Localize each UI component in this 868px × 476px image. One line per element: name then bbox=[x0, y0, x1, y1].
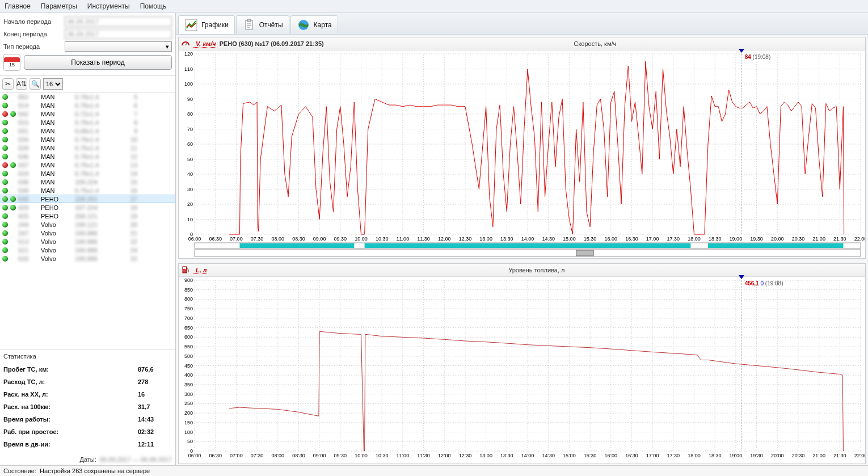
speed-unit: V, км/ч bbox=[193, 40, 216, 48]
stat-row: Время работы:14:43 bbox=[3, 413, 172, 426]
list-item[interactable]: 018MAN0.78x1.414 bbox=[0, 169, 175, 178]
main-tabs: Графики Отчёты Карта bbox=[176, 13, 868, 35]
period-end-field[interactable]: 06.09.2017 bbox=[65, 29, 172, 39]
stat-row: Расход ТС, л:278 bbox=[3, 376, 172, 388]
svg-text:50: 50 bbox=[187, 439, 193, 444]
svg-text:18:30: 18:30 bbox=[709, 236, 722, 242]
svg-text:07:30: 07:30 bbox=[251, 453, 264, 458]
svg-text:80: 80 bbox=[187, 111, 193, 117]
svg-text:19:00: 19:00 bbox=[730, 453, 743, 458]
svg-text:21:30: 21:30 bbox=[833, 453, 846, 458]
svg-text:20:30: 20:30 bbox=[792, 236, 805, 242]
svg-text:13:30: 13:30 bbox=[500, 453, 513, 458]
svg-text:12:30: 12:30 bbox=[459, 453, 472, 458]
list-item[interactable]: 244Volvo199.12120 bbox=[0, 220, 175, 229]
svg-text:350: 350 bbox=[184, 382, 193, 387]
svg-text:15:00: 15:00 bbox=[563, 453, 576, 458]
stat-row: Расх. на 100км:31,7 bbox=[3, 401, 172, 413]
list-item[interactable]: 630РЕНО109.20117 bbox=[0, 195, 175, 203]
svg-text:09:30: 09:30 bbox=[334, 236, 347, 242]
zoom-select[interactable]: 16 bbox=[43, 78, 63, 90]
svg-text:06:30: 06:30 bbox=[209, 236, 222, 242]
list-item[interactable]: 015MAN0.78x1.48 bbox=[0, 118, 175, 127]
fuel-chart-body[interactable]: 0501001502002503003504004505005506006507… bbox=[179, 277, 865, 464]
svg-text:20:30: 20:30 bbox=[792, 453, 805, 458]
svg-text:450: 450 bbox=[184, 363, 193, 369]
stats-title: Статистика bbox=[3, 353, 172, 360]
list-item[interactable]: 425РЕНО208.12119 bbox=[0, 212, 175, 220]
svg-text:150: 150 bbox=[184, 420, 193, 426]
list-item[interactable]: 036MAN0.78x1.412 bbox=[0, 152, 175, 161]
period-start-field[interactable]: 06.09.2017 bbox=[65, 16, 172, 27]
list-item[interactable]: 521Volvo199.88624 bbox=[0, 246, 175, 254]
svg-text:11:30: 11:30 bbox=[417, 236, 430, 242]
svg-text:11:00: 11:00 bbox=[397, 453, 410, 458]
svg-text:70: 70 bbox=[187, 127, 193, 132]
list-item[interactable]: 038MAN0.75x1.416 bbox=[0, 186, 175, 195]
list-item[interactable]: 042MAN0.72x1.47 bbox=[0, 109, 175, 118]
list-item[interactable]: 002MAN0.78x1.45 bbox=[0, 92, 175, 101]
svg-rect-101 bbox=[239, 243, 354, 248]
list-item[interactable]: 031MAN0.08x1.49 bbox=[0, 127, 175, 135]
tab-graphs[interactable]: Графики bbox=[178, 15, 235, 34]
svg-text:18:30: 18:30 bbox=[709, 453, 722, 458]
list-item[interactable]: 513Volvo199.88622 bbox=[0, 237, 175, 246]
vehicle-list[interactable]: 002MAN0.78x1.45014MAN0.78x1.46042MAN0.72… bbox=[0, 92, 175, 349]
svg-text:90: 90 bbox=[187, 96, 193, 102]
menu-params[interactable]: Параметры bbox=[41, 2, 77, 10]
speed-vehicle-header: РЕНО (630) №17 (06.09.2017 21:35) bbox=[220, 40, 324, 47]
calendar-icon[interactable]: 15 bbox=[3, 54, 20, 71]
menu-main[interactable]: Главное bbox=[5, 2, 31, 10]
speed-chart-body[interactable]: 010203040506070809010011012006:0006:3007… bbox=[179, 50, 865, 258]
tool-zoom-icon[interactable]: 🔍 bbox=[30, 78, 41, 90]
menu-help[interactable]: Помощь bbox=[140, 2, 166, 10]
list-item[interactable]: 026MAN0.78x1.410 bbox=[0, 135, 175, 144]
dates-line: Даты: 06.09.2017 — 06.09.2017 bbox=[0, 454, 175, 465]
list-item[interactable]: 014MAN0.78x1.46 bbox=[0, 101, 175, 109]
svg-text:18:00: 18:00 bbox=[688, 453, 701, 458]
list-item[interactable]: 036MAN109.22415 bbox=[0, 178, 175, 186]
svg-text:550: 550 bbox=[184, 344, 193, 349]
menu-tools[interactable]: Инструменты bbox=[87, 2, 130, 10]
svg-text:15:00: 15:00 bbox=[563, 236, 576, 242]
show-period-button[interactable]: Показать период bbox=[24, 55, 172, 70]
stat-row: Время в дв-ии:12:11 bbox=[3, 438, 172, 450]
stat-row: Расх. на XX, л:16 bbox=[3, 388, 172, 401]
svg-text:18:00: 18:00 bbox=[688, 236, 701, 242]
svg-text:11:00: 11:00 bbox=[397, 236, 410, 242]
svg-text:700: 700 bbox=[184, 315, 193, 321]
tool-wrench-icon[interactable]: ✂ bbox=[2, 78, 14, 90]
period-panel: Начало периода 06.09.2017 Конец периода … bbox=[0, 13, 175, 76]
svg-text:06:00: 06:00 bbox=[188, 453, 201, 458]
svg-text:08:30: 08:30 bbox=[292, 236, 305, 242]
list-item[interactable]: 429РЕНО107.22418 bbox=[0, 203, 175, 212]
svg-text:15:30: 15:30 bbox=[584, 453, 597, 458]
svg-text:08:00: 08:00 bbox=[271, 453, 284, 458]
svg-text:06:00: 06:00 bbox=[188, 236, 201, 242]
svg-text:21:30: 21:30 bbox=[833, 236, 846, 242]
svg-text:19:00: 19:00 bbox=[730, 236, 743, 242]
list-item[interactable]: 028MAN0.75x1.411 bbox=[0, 144, 175, 152]
svg-text:16:30: 16:30 bbox=[625, 236, 638, 242]
svg-text:500: 500 bbox=[184, 353, 193, 359]
list-item[interactable]: 247Volvo199.88621 bbox=[0, 229, 175, 237]
svg-text:08:30: 08:30 bbox=[292, 453, 305, 458]
menubar: Главное Параметры Инструменты Помощь bbox=[0, 0, 868, 13]
list-item[interactable]: 037MAN0.75x1.413 bbox=[0, 161, 175, 169]
svg-text:200: 200 bbox=[184, 410, 193, 416]
tab-reports[interactable]: Отчёты bbox=[236, 15, 289, 34]
list-item[interactable]: 520Volvo199.88622 bbox=[0, 254, 175, 263]
globe-icon bbox=[297, 18, 310, 32]
svg-text:16:00: 16:00 bbox=[604, 453, 617, 458]
tab-map[interactable]: Карта bbox=[290, 15, 338, 34]
svg-text:14:00: 14:00 bbox=[521, 236, 534, 242]
speed-title: Скорость, км/ч bbox=[327, 40, 863, 47]
tool-sort-icon[interactable]: A⇅ bbox=[16, 78, 27, 90]
chart-icon bbox=[184, 18, 198, 32]
period-type-combo[interactable]: ▾ bbox=[65, 41, 172, 52]
fuel-icon bbox=[181, 265, 190, 275]
svg-text:21:00: 21:00 bbox=[812, 236, 825, 242]
svg-text:10:00: 10:00 bbox=[355, 453, 368, 458]
period-start-label: Начало периода bbox=[3, 18, 65, 25]
svg-text:13:30: 13:30 bbox=[500, 236, 513, 242]
